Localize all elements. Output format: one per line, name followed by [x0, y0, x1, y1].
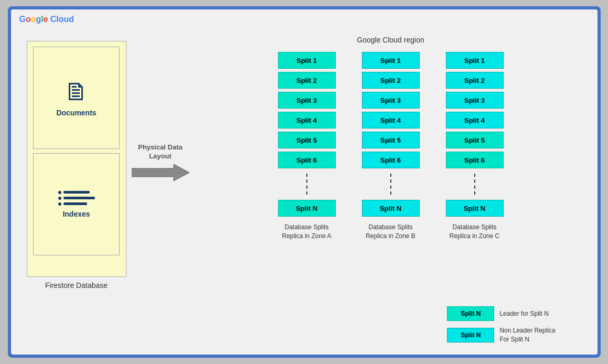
zone-b-label: Database SplitsReplica in Zone B	[366, 223, 415, 241]
firestore-box: 🗎 Documents	[27, 41, 126, 277]
inner-frame: Google Cloud 🗎 Documents	[11, 9, 598, 355]
zone-a-dashed-line	[306, 174, 307, 195]
physical-data-layout-arrow: Physical DataLayout	[132, 143, 189, 182]
documents-label: Documents	[56, 109, 96, 117]
arrow-label: Physical DataLayout	[138, 143, 183, 161]
region-section: Google Cloud region Split 1 Split 2 Spli…	[195, 36, 587, 339]
zone-c-split-6: Split 6	[446, 152, 504, 168]
zone-b-split-n: Split N	[362, 200, 420, 217]
index-dot-2	[58, 197, 61, 200]
index-line-2	[58, 197, 95, 200]
zone-a-split-5: Split 5	[278, 132, 336, 148]
zone-c-split-1: Split 1	[446, 52, 504, 69]
outer-frame: Google Cloud 🗎 Documents	[8, 6, 601, 358]
documents-box: 🗎 Documents	[33, 47, 120, 149]
legend-split-n-cyan: Split N	[447, 328, 494, 342]
legend-non-leader-text: Non Leader ReplicaFor Split N	[499, 326, 555, 344]
zone-c-split-n: Split N	[446, 200, 504, 217]
index-dot-3	[58, 202, 61, 206]
indexes-icon	[58, 191, 95, 206]
zone-a-split-n: Split N	[278, 200, 336, 217]
zone-b-split-1: Split 1	[362, 52, 420, 69]
index-dot-1	[58, 191, 61, 194]
cloud-logo-text: Cloud	[50, 15, 74, 24]
zone-a-split-6: Split 6	[278, 152, 336, 168]
zone-c-split-3: Split 3	[446, 92, 504, 109]
index-bar-1	[63, 191, 90, 194]
zone-a-column: Split 1 Split 2 Split 3 Split 4 Split 5 …	[278, 52, 336, 241]
legend-section: Split N Leader for Split N Split N Non L…	[447, 306, 555, 344]
zone-a-split-2: Split 2	[278, 72, 336, 89]
zone-b-dashed-line	[390, 174, 391, 195]
zone-b-split-4: Split 4	[362, 112, 420, 129]
firestore-label: Firestore Database	[45, 281, 108, 290]
indexes-box: Indexes	[33, 153, 120, 255]
index-line-1	[58, 191, 90, 194]
zone-b-column: Split 1 Split 2 Split 3 Split 4 Split 5 …	[362, 52, 420, 241]
zone-c-split-5: Split 5	[446, 132, 504, 148]
index-line-3	[58, 202, 87, 206]
legend-item-leader: Split N Leader for Split N	[447, 306, 555, 321]
indexes-label: Indexes	[62, 210, 90, 218]
document-icon: 🗎	[64, 79, 89, 104]
zone-b-split-2: Split 2	[362, 72, 420, 89]
svg-marker-0	[132, 164, 189, 181]
legend-item-non-leader: Split N Non Leader ReplicaFor Split N	[447, 326, 555, 344]
zone-c-label: Database SplitsReplica in Zone C	[450, 223, 499, 241]
zone-c-column: Split 1 Split 2 Split 3 Split 4 Split 5 …	[446, 52, 504, 241]
zone-columns: Split 1 Split 2 Split 3 Split 4 Split 5 …	[195, 49, 587, 241]
zone-c-dashed-line	[474, 174, 475, 195]
zone-a-split-1: Split 1	[278, 52, 336, 69]
zone-a-label: Database SplitsReplica in Zone A	[282, 223, 331, 241]
zone-c-split-4: Split 4	[446, 112, 504, 129]
google-logo-text: Google	[19, 15, 48, 24]
firestore-section: 🗎 Documents	[27, 41, 126, 290]
google-cloud-logo: Google Cloud	[19, 15, 74, 24]
zone-a-split-3: Split 3	[278, 92, 336, 109]
index-bar-2	[63, 197, 95, 199]
zone-b-split-3: Split 3	[362, 92, 420, 109]
region-label: Google Cloud region	[195, 36, 587, 44]
index-bar-3	[63, 202, 87, 205]
legend-split-n-green: Split N	[447, 306, 494, 321]
zone-b-split-5: Split 5	[362, 132, 420, 148]
zone-c-split-2: Split 2	[446, 72, 504, 89]
zone-b-split-6: Split 6	[362, 152, 420, 168]
zone-a-split-4: Split 4	[278, 112, 336, 129]
arrow-svg	[132, 163, 189, 182]
legend-leader-text: Leader for Split N	[499, 309, 548, 318]
